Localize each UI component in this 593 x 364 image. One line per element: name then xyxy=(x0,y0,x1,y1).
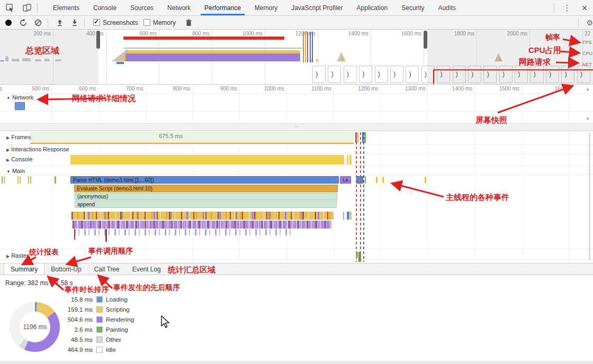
save-profile-icon[interactable] xyxy=(68,17,81,28)
main-activity-row2[interactable] xyxy=(73,221,331,229)
tab-audits[interactable]: Audits xyxy=(432,0,463,15)
settings-gear-icon[interactable]: ⚙ xyxy=(586,19,593,27)
close-icon[interactable]: ✕ xyxy=(576,4,593,12)
annotation-overview-area: 总览区域 xyxy=(25,46,59,57)
clear-icon[interactable] xyxy=(32,17,44,28)
window-left-handle[interactable] xyxy=(96,31,100,49)
screenshot-thumbnail[interactable]: ) xyxy=(375,66,388,83)
detail-tab-summary[interactable]: Summary xyxy=(4,263,44,275)
event-tick xyxy=(55,176,56,184)
detail-tab-bottom-up[interactable]: Bottom-Up xyxy=(44,263,87,275)
load-profile-icon[interactable] xyxy=(53,17,66,28)
record-button[interactable] xyxy=(2,17,15,28)
gpu-block xyxy=(358,252,361,262)
more-options-icon[interactable]: ⋮ xyxy=(558,3,576,13)
legend-swatch xyxy=(96,296,103,303)
legend-value: 48.5 ms xyxy=(61,336,93,343)
event-tick xyxy=(4,176,5,184)
legend-value: 15.8 ms xyxy=(61,296,93,303)
window-bottom-edge xyxy=(0,361,593,364)
tab-application[interactable]: Application xyxy=(350,0,395,15)
legend-label: Painting xyxy=(106,326,128,333)
legend-row-idle: 464.9 msIdle xyxy=(61,344,134,354)
screenshots-checkbox[interactable]: Screenshots xyxy=(93,19,138,26)
event-tick xyxy=(28,176,29,184)
screenshot-thumbnail[interactable]: ) xyxy=(344,66,357,83)
ruler-tick-label: 1500 ms xyxy=(477,86,519,92)
device-toolbar-icon[interactable] xyxy=(20,2,34,14)
inspect-icon[interactable] xyxy=(3,2,17,14)
window-right-handle[interactable] xyxy=(424,31,427,49)
gridline xyxy=(569,131,569,263)
tab-security[interactable]: Security xyxy=(394,0,431,15)
gridline xyxy=(192,85,193,123)
main-track-label[interactable]: ▼Main xyxy=(6,168,25,174)
detail-tab-call-tree[interactable]: Call Tree xyxy=(88,263,126,275)
trash-icon[interactable] xyxy=(182,17,195,28)
event-tick xyxy=(350,212,352,220)
ruler-tick-label: 500 ms xyxy=(7,86,49,92)
main-activity-row3[interactable] xyxy=(74,229,294,235)
annotation-event-order: 事件发生的先后顺序 xyxy=(113,283,180,293)
fps-line xyxy=(123,48,302,49)
frames-track-label[interactable]: ▶Frames xyxy=(6,134,31,140)
screenshot-thumbnail[interactable]: ) xyxy=(359,66,372,83)
parse-html-bar[interactable]: Parse HTML (demo3.html [1…60]) xyxy=(70,176,339,184)
console-task-bar[interactable] xyxy=(70,155,344,165)
divider xyxy=(0,175,593,175)
devtools-header: ElementsConsoleSourcesNetworkPerformance… xyxy=(0,0,593,16)
frame-duration: 675.5 ms xyxy=(159,133,183,139)
divider xyxy=(0,259,593,260)
gridline xyxy=(427,131,428,263)
tab-sources[interactable]: Sources xyxy=(123,0,160,15)
reload-record-button[interactable] xyxy=(17,17,30,28)
gridline xyxy=(522,85,522,123)
fcp-marker xyxy=(303,32,304,62)
ruler-tick-label: 700 ms xyxy=(101,86,143,92)
divider xyxy=(37,3,38,13)
scroll-up-icon[interactable]: ▲ xyxy=(586,87,590,92)
screenshots-label: Screenshots xyxy=(103,19,138,26)
devtools-tabs: ElementsConsoleSourcesNetworkPerformance… xyxy=(46,0,463,15)
layout-bar[interactable]: La…6) xyxy=(340,176,351,184)
gridline xyxy=(146,85,146,123)
memory-checkbox[interactable]: Memory xyxy=(143,19,176,26)
tab-elements[interactable]: Elements xyxy=(46,0,86,15)
timeline-overview[interactable]: 200 ms400 ms600 ms800 ms1000 ms1200 ms14… xyxy=(0,30,593,85)
annotation-duration-sort: 事件时长排序 xyxy=(65,285,109,295)
ruler-tick-label: 800 ms xyxy=(148,86,190,92)
scroll-down-icon[interactable]: ▼ xyxy=(586,116,590,121)
main-activity-row1[interactable] xyxy=(71,212,334,220)
frames-bar[interactable] xyxy=(30,132,354,143)
console-track-label[interactable]: ▶Console xyxy=(6,156,33,162)
flame-scrollbar[interactable] xyxy=(589,133,590,260)
interactions-track-label[interactable]: ▶Interactions Response xyxy=(6,146,69,152)
fmp-marker-solid xyxy=(357,132,358,143)
network-section-label[interactable]: ▼Network xyxy=(6,94,33,101)
legend-row-rendering: 504.6 msRendering xyxy=(61,314,134,324)
anonymous-fn-bar[interactable]: (anonymous) xyxy=(75,193,337,200)
detail-tab-event-log[interactable]: Event Log xyxy=(126,263,167,275)
divider xyxy=(0,144,593,145)
annotation-summary-area: 统计汇总区域 xyxy=(168,265,215,275)
raster-track-label[interactable]: ▶Raster xyxy=(6,252,29,259)
tab-memory[interactable]: Memory xyxy=(248,0,284,15)
screenshot-thumbnail[interactable]: ) xyxy=(406,66,419,83)
network-request-block[interactable] xyxy=(15,102,25,110)
append-fn-bar[interactable]: append xyxy=(75,201,337,208)
event-tick xyxy=(365,176,366,184)
screenshot-thumbnail[interactable]: ) xyxy=(390,66,403,83)
annotation-fps: 帧率 xyxy=(545,33,560,42)
tab-console[interactable]: Console xyxy=(86,0,123,15)
legend-label: Loading xyxy=(106,296,128,303)
load-marker xyxy=(307,32,308,62)
ruler-tick-label: 1000 ms xyxy=(242,86,284,92)
tab-network[interactable]: Network xyxy=(160,0,197,15)
screenshot-thumbnail[interactable]: ) xyxy=(328,66,341,83)
tab-javascript-profiler[interactable]: JavaScript Profiler xyxy=(284,0,349,15)
load-marker-dashed2 xyxy=(360,132,361,262)
evaluate-script-bar[interactable]: Evaluate Script (demo3.html:10) xyxy=(74,185,338,192)
tab-performance[interactable]: Performance xyxy=(197,0,248,15)
triangle-right-icon: ▶ xyxy=(6,148,10,152)
screenshot-thumbnail[interactable]: ) xyxy=(312,66,326,83)
